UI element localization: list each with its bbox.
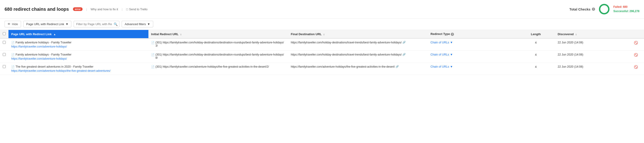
row-discovered-cell: 22 Jun 2020 (14:08)	[555, 38, 631, 51]
row-discovered-value-1: 22 Jun 2020 (14:08)	[558, 53, 583, 56]
data-table: Page URL with Redirect Link ▲ Initial Re…	[0, 30, 644, 75]
hide-button[interactable]: 👁 Hide	[4, 21, 21, 27]
total-checks-label-group: Total Checks i	[570, 7, 595, 11]
filter-bar: 👁 Hide Page URL with Redirect Link ▼ 🔍 A…	[0, 18, 644, 30]
chain-of-urls-link-0[interactable]: Chain of URLs ▼	[430, 41, 514, 44]
table-row: 📄 The five greatest desert adventures in…	[0, 63, 644, 75]
header-final-url[interactable]: Final Destination URL ↕	[288, 30, 428, 38]
row-hide-icon-2[interactable]: 🚫	[634, 65, 638, 69]
row-discovered-value-0: 22 Jun 2020 (14:08)	[558, 41, 583, 44]
row-length-value-0: 4	[535, 41, 536, 44]
total-checks-info-icon[interactable]: i	[592, 7, 595, 11]
external-link-icon-2[interactable]: 🔗	[396, 65, 399, 68]
sort-icon-discovered: ↕	[576, 33, 577, 36]
row-page-title: 📄 Family adventure holidays - Family Tra…	[11, 53, 146, 56]
header-discovered[interactable]: Discovered ↕	[555, 30, 631, 38]
row-page-title: 📄 Family adventure holidays - Family Tra…	[11, 41, 146, 44]
row-hide-icon-1[interactable]: 🚫	[634, 53, 638, 57]
header-actions	[631, 30, 644, 38]
error-badge: error	[73, 7, 82, 11]
row-final-url-cell: https://familytraveller.com/holiday-dest…	[288, 38, 428, 51]
row-hide-icon-0[interactable]: 🚫	[634, 41, 638, 44]
row-page-url-cell: 📄 The five greatest desert adventures in…	[8, 63, 148, 75]
chain-chevron-icon-0: ▼	[450, 41, 453, 44]
row-initial-url-cell: 📄 (301) https://familytraveller.com/holi…	[148, 38, 288, 51]
header-initial-url[interactable]: Initial Redirect URL ↕	[148, 30, 288, 38]
row-discovered-cell: 22 Jun 2020 (14:08)	[555, 63, 631, 75]
row-final-url-cell: https://familytraveller.com/adventure-ho…	[288, 63, 428, 75]
initial-page-icon-2: 📄	[151, 65, 154, 69]
sort-icon-initial-url: ↕	[180, 33, 182, 36]
table-header-row: Page URL with Redirect Link ▲ Initial Re…	[0, 30, 644, 38]
column-filter-dropdown[interactable]: Page URL with Redirect Link ▼	[23, 21, 72, 27]
row-page-url-link-0[interactable]: https://familytraveller.com/adventure-ho…	[11, 45, 67, 48]
sort-icon-page-url: ▲	[53, 33, 56, 36]
row-redirect-type-cell: Chain of URLs ▼	[428, 38, 516, 51]
success-stat: Successful: 296,278	[613, 9, 640, 13]
total-checks-title: Total Checks i	[570, 7, 595, 11]
search-wrapper: 🔍	[74, 21, 120, 27]
why-fix-button[interactable]: Why and how to fix it	[90, 7, 118, 11]
row-length-value-1: 4	[535, 53, 536, 56]
chain-of-urls-link-2[interactable]: Chain of URLs ▼	[430, 65, 514, 68]
page-icon-1: 📄	[11, 53, 15, 56]
total-checks-panel: Total Checks i Failed: 680	[570, 3, 640, 15]
row-length-cell: 4	[516, 63, 555, 75]
row-redirect-type-cell: Chain of URLs ▼	[428, 63, 516, 75]
chain-chevron-icon-2: ▼	[450, 65, 453, 68]
sort-icon-final-url: ↕	[323, 33, 325, 36]
failed-label: Failed:	[613, 5, 622, 8]
trello-icon: □	[126, 7, 128, 11]
row-length-value-2: 4	[535, 65, 536, 69]
success-value: 296,278	[630, 9, 640, 13]
row-page-url-link-2[interactable]: https://familytraveller.com/adventure-ho…	[11, 69, 110, 72]
top-bar: 680 redirect chains and loops error | Wh…	[0, 0, 644, 18]
row-redirect-type-cell: Chain of URLs ▼	[428, 51, 516, 63]
row-page-url-link-1[interactable]: https://familytraveller.com/adventure-ho…	[11, 57, 67, 60]
redirect-type-info-icon[interactable]: i	[451, 33, 454, 36]
table-row: 📄 Family adventure holidays - Family Tra…	[0, 38, 644, 51]
row-actions-cell: 🚫	[631, 51, 644, 63]
page-icon-0: 📄	[11, 41, 15, 44]
failed-value: 680	[623, 5, 628, 8]
search-button[interactable]: 🔍	[114, 22, 118, 26]
row-actions-cell: 🚫	[631, 38, 644, 51]
row-checkbox-cell	[0, 38, 8, 51]
hide-eye-icon: 👁	[8, 22, 10, 26]
advanced-chevron-icon: ▼	[147, 22, 150, 26]
row-checkbox-cell	[0, 63, 8, 75]
divider-2: |	[122, 7, 122, 11]
header-page-url[interactable]: Page URL with Redirect Link ▲	[8, 30, 148, 38]
row-page-url-cell: 📄 Family adventure holidays - Family Tra…	[8, 51, 148, 63]
row-length-cell: 4	[516, 51, 555, 63]
stats-text: Failed: 680 Successful: 296,278	[613, 5, 640, 13]
row-discovered-cell: 22 Jun 2020 (14:08)	[555, 51, 631, 63]
row-page-url-cell: 📄 Family adventure holidays - Family Tra…	[8, 38, 148, 51]
external-link-icon-1[interactable]: 🔗	[402, 53, 406, 56]
page-title: 680 redirect chains and loops	[4, 7, 69, 12]
select-all-checkbox[interactable]	[3, 32, 6, 35]
row-checkbox-2[interactable]	[3, 65, 6, 68]
row-checkbox-0[interactable]	[3, 41, 6, 44]
chain-of-urls-link-1[interactable]: Chain of URLs ▼	[430, 53, 514, 56]
table-row: 📄 Family adventure holidays - Family Tra…	[0, 51, 644, 63]
row-final-url-cell: https://familytraveller.com/holiday-dest…	[288, 51, 428, 63]
search-input[interactable]	[74, 21, 120, 27]
header-length: Length	[516, 30, 555, 38]
divider-1: |	[86, 7, 87, 11]
row-checkbox-1[interactable]	[3, 53, 6, 56]
svg-point-1	[600, 4, 609, 14]
advanced-filters-button[interactable]: Advanced filters ▼	[122, 21, 153, 27]
send-to-trello-button[interactable]: □ Send to Trello	[126, 7, 148, 11]
row-actions-cell: 🚫	[631, 63, 644, 75]
header-redirect-type: Redirect Type i	[428, 30, 516, 38]
row-checkbox-cell	[0, 51, 8, 63]
top-bar-right: Total Checks i Failed: 680	[570, 3, 640, 15]
success-label: Successful:	[613, 9, 629, 13]
failed-stat: Failed: 680	[613, 5, 640, 9]
row-length-cell: 4	[516, 38, 555, 51]
donut-chart	[598, 3, 610, 15]
external-link-icon-0[interactable]: 🔗	[402, 41, 406, 44]
row-page-title: 📄 The five greatest desert adventures in…	[11, 65, 146, 69]
row-initial-url-cell: 📄 (301) https://familytraveller.com/holi…	[148, 51, 288, 63]
